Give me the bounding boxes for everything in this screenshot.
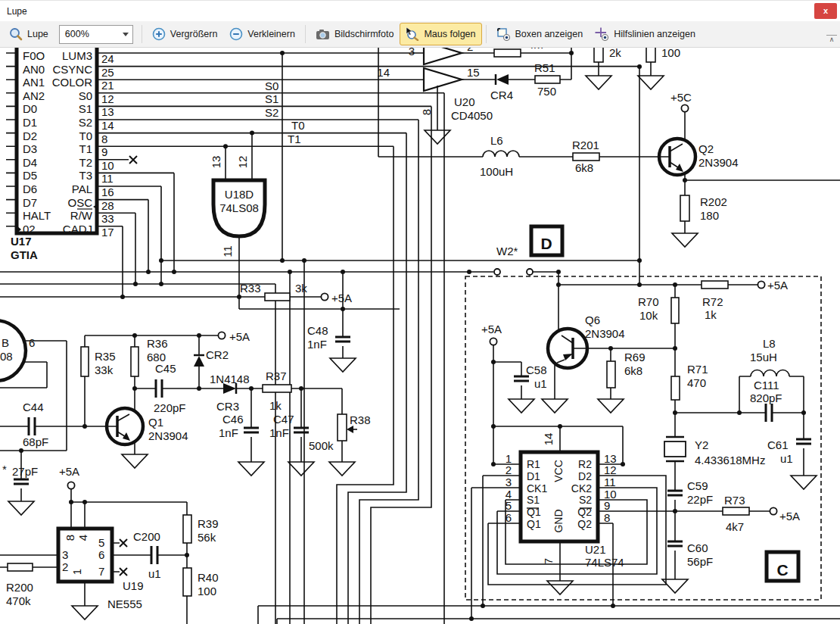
u21-q2: Q2 [577, 518, 592, 530]
show-guides-button[interactable]: Hilfslinien anzeigen [589, 23, 702, 45]
val-c61: u1 [780, 452, 793, 465]
val-c46: 1nF [219, 426, 238, 439]
pin-halt: HALT [23, 209, 51, 222]
ref-c45: C45 [155, 362, 176, 375]
u21-q1: Q1 [527, 518, 541, 530]
zoom-out-button[interactable]: Verkleinern [223, 23, 301, 45]
gate-b: B [2, 336, 9, 349]
crosshair-eye-icon [595, 27, 609, 41]
ref-l8: L8 [763, 337, 776, 350]
ref-u21: U21 [585, 543, 606, 556]
toolbar: Lupe 600% Vergrößern Verklei [0, 21, 840, 48]
u19-pin8: 8 [64, 535, 76, 541]
ref-r69: R69 [624, 351, 646, 363]
num-25: 25 [101, 66, 114, 79]
val-c48: 1nF [307, 338, 327, 351]
ref-r201: R201 [572, 139, 599, 151]
ref-cr3: CR3 [216, 400, 239, 413]
title-bar: Lupe x [0, 0, 840, 22]
toolbar-separator [142, 25, 142, 43]
val-c47: 1nF [269, 426, 289, 439]
screenshot-button[interactable]: Bildschirmfoto [310, 23, 400, 45]
toolbar-separator [486, 25, 487, 43]
u19-pin2: 2 [62, 560, 68, 573]
ref-u19-part: NE555 [107, 597, 142, 610]
ref-c48: C48 [307, 324, 328, 337]
u21-pin6: 6 [506, 511, 512, 524]
u21-s2: S2 [579, 494, 592, 506]
inductor-l8 [751, 370, 789, 377]
val-r73: 4k7 [726, 520, 744, 533]
pin-an1: AN1 [23, 76, 45, 89]
sig-t1: T1 [288, 133, 301, 145]
u21-ck1: CK1 [527, 482, 547, 495]
ref-l6: L6 [490, 134, 503, 147]
follow-mouse-button[interactable]: Maus folgen [400, 23, 481, 45]
num-28: 28 [101, 199, 114, 212]
u19-pin7: 7 [98, 565, 104, 578]
u21-pin5: 5 [506, 499, 512, 512]
pin-s1: S1 [79, 102, 92, 115]
u19-pin3: 3 [62, 548, 68, 561]
u21-ck2: CK2 [571, 482, 592, 495]
toolbar-collapse-icon[interactable]: ∧ [826, 35, 837, 45]
val-c58: u1 [534, 377, 547, 390]
u18d-pin12: 12 [236, 156, 249, 169]
val-r71: 470 [687, 376, 706, 389]
val-r40: 100 [198, 585, 216, 597]
pin-d4: D4 [23, 156, 37, 169]
u19-pin5: 5 [98, 536, 104, 549]
ref-u20: U20 [454, 95, 475, 108]
u19-pin6: 6 [98, 548, 104, 561]
u20-pin14: 14 [377, 66, 390, 79]
u21-pin8: 8 [604, 511, 610, 524]
pin-d1: D1 [23, 116, 37, 129]
ref-r70: R70 [638, 295, 659, 308]
ref-q1: Q1 [148, 416, 163, 429]
u21-d2: D2 [578, 470, 592, 482]
close-button[interactable]: x [814, 3, 837, 19]
show-boxes-button[interactable]: Boxen anzeigen [490, 23, 590, 45]
ref-r40: R40 [198, 571, 219, 584]
magnifier-window: F0OAN0AN1AN2D0D1D2D3D4D5D6D7HALT02LUM3CS… [0, 0, 840, 624]
lupe-mode-button[interactable]: Lupe [3, 23, 54, 45]
u21-pin11: 11 [604, 476, 616, 488]
pin-d3: D3 [23, 142, 37, 155]
ref-q6: Q6 [585, 314, 600, 326]
val-r70: 10k [639, 309, 658, 322]
val-cr3: 1N4148 [210, 373, 250, 385]
u21-pin2: 2 [506, 463, 512, 476]
u20-pin8: 8 [420, 109, 433, 115]
term-5a-c58: +5A [481, 323, 502, 335]
u19-pin4: 4 [76, 535, 89, 541]
gate-b-part: 08 [0, 350, 13, 363]
val-r-100-top: 100 [661, 46, 680, 59]
gate-b-pin6: 6 [29, 336, 35, 349]
ref-u17-part: GTIA [11, 248, 38, 261]
schematic-canvas: F0OAN0AN1AN2D0D1D2D3D4D5D6D7HALT02LUM3CS… [0, 0, 840, 624]
num-9: 9 [101, 145, 107, 158]
num-33: 33 [101, 212, 114, 225]
val-q6: 2N3904 [585, 327, 625, 340]
val-c59: 22pF [687, 493, 713, 506]
u20-pin15: 15 [467, 66, 480, 79]
label-d-box: D [540, 235, 552, 252]
val-c44: 68pF [23, 435, 48, 448]
val-r72: 1k [705, 308, 717, 321]
u21-vcc: VCC [552, 460, 565, 482]
ref-r73: R73 [724, 494, 745, 507]
crystal-y2 [664, 437, 686, 461]
ref-c46: C46 [222, 413, 244, 426]
ref-cr2: CR2 [206, 348, 229, 361]
wire-layer [0, 44, 840, 624]
selection-box-eye-icon [496, 27, 511, 41]
zoom-level-dropdown[interactable]: 600% [59, 25, 133, 44]
zoom-in-button[interactable]: Vergrößern [146, 23, 224, 45]
val-r200: 470k [6, 594, 31, 607]
ref-r38: R38 [350, 413, 371, 426]
u21-gnd: GND [552, 509, 565, 532]
zoom-in-label: Vergrößern [170, 29, 218, 39]
num-16: 16 [101, 186, 114, 198]
zoom-in-icon [152, 27, 166, 41]
pin-t3: T3 [79, 169, 92, 182]
